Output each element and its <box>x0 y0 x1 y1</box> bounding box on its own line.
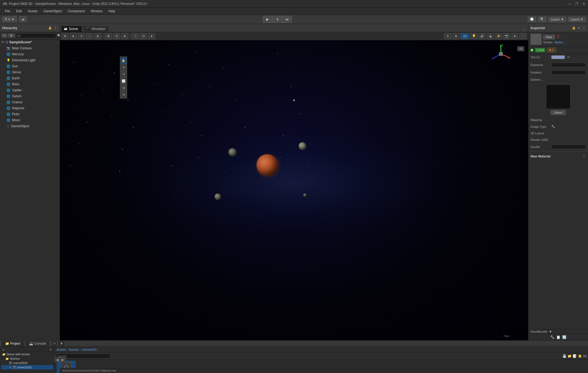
hierarchy-item-mars[interactable]: 🌐 Mars <box>0 81 60 87</box>
tab-console[interactable]: 💻 Console <box>25 341 50 346</box>
toolbar2-light-btn[interactable]: ☀ <box>444 33 451 39</box>
hierarchy-item-gameobject[interactable]: ⬡ GameObject <box>0 123 60 129</box>
hierarchy-dropdown-btn[interactable]: ▼ <box>8 34 15 38</box>
toolbar2-grid-btn[interactable]: ⊞ <box>105 33 112 39</box>
scroll-down-btn[interactable]: ▼ <box>49 348 52 351</box>
inspector-bottom-icon3[interactable]: 🔄 <box>562 335 566 339</box>
tab-simulator[interactable]: 📱 Simulator <box>83 26 109 32</box>
hierarchy-item-neptune[interactable]: 🌐 Neptune <box>0 105 60 111</box>
hierarchy-item-moon[interactable]: 🌐 Moon <box>0 117 60 123</box>
play-btn[interactable]: ▶ <box>263 16 272 23</box>
toolbar2-audio-btn[interactable]: 🔊 <box>479 33 486 39</box>
save-icon[interactable]: 💾 <box>562 354 566 358</box>
tool-scale[interactable]: ⬜ <box>120 78 127 84</box>
toolbar2-grid2-btn[interactable]: ⊡ <box>113 33 120 39</box>
toolbar2-move2-btn[interactable]: ↔ <box>86 33 93 39</box>
file-tree-scene1010[interactable]: ▼ 🎬 scene1010 <box>1 365 53 369</box>
toolbar2-skybox-btn[interactable]: 🌤 <box>487 33 494 39</box>
add-hierarchy-btn[interactable]: + <box>2 34 7 38</box>
select-btn[interactable]: Select <box>550 110 566 115</box>
hierarchy-item-pluto[interactable]: 🌐 Pluto <box>0 111 60 117</box>
scroll-up-btn[interactable]: ▲ <box>2 348 5 351</box>
tool-move[interactable]: ✛ <box>120 64 127 71</box>
hierarchy-item-earth[interactable]: 🌐 Earth <box>0 75 60 81</box>
search-btn[interactable]: 🔍 <box>538 16 547 22</box>
tint-edit-btn[interactable]: ✏ <box>566 55 571 59</box>
hierarchy-item-venus[interactable]: 🌐 Venus <box>0 69 60 75</box>
asset-bundle-dropdown[interactable]: ▼ <box>549 330 552 333</box>
hierarchy-item-uranus[interactable]: 🌐 Uranus <box>0 99 60 105</box>
menu-window[interactable]: Window <box>88 9 105 14</box>
toolbar2-2d-btn[interactable]: 2D <box>461 33 469 39</box>
asset-icon1[interactable]: 📁 <box>568 354 572 358</box>
menu-file[interactable]: File <box>2 9 13 14</box>
hierarchy-search[interactable] <box>16 33 56 38</box>
hierarchy-scene-root[interactable]: ▼ ⬡ SampleScene* ⋮ <box>0 39 60 45</box>
inspector-scroll[interactable]: New ❓ ⋮ Shader Skybo... 已添加 签入 Ti <box>528 32 588 329</box>
tool-misc[interactable]: ⊡ <box>120 91 127 98</box>
layout-dropdown[interactable]: Layout ▼ <box>568 17 586 22</box>
pause-btn[interactable]: ⏸ <box>272 16 282 23</box>
toolbar2-more-btn[interactable]: ⋯ <box>519 33 526 39</box>
hierarchy-item-saturn[interactable]: 🌐 Saturn <box>0 93 60 99</box>
file-tree-demo[interactable]: 📁 Demo with terrain <box>1 352 53 356</box>
star-icon[interactable]: ⭐ <box>578 354 582 358</box>
menu-edit[interactable]: Edit <box>13 9 24 14</box>
hierarchy-item-dirlight[interactable]: 💡 Directional Light <box>0 57 60 63</box>
new-btn[interactable]: New <box>543 35 555 40</box>
inspector-bottom-icon1[interactable]: 🔧 <box>550 335 555 339</box>
breadcrumb-scenes[interactable]: Scenes <box>69 348 79 351</box>
toolbar2-fx-btn[interactable]: ✨ <box>495 33 502 39</box>
toolbar2-light2-btn[interactable]: 💡 <box>470 33 477 39</box>
scene-menu-icon[interactable]: ⋮ <box>57 41 60 44</box>
toolbar2-chevron2-btn[interactable]: ▼ <box>94 33 101 39</box>
inspector-chevron[interactable]: ▼ <box>577 26 580 30</box>
breadcrumb-assets[interactable]: Assets <box>57 348 66 351</box>
minimize-btn[interactable]: — <box>568 2 571 6</box>
hierarchy-item-mercury[interactable]: 🌐 Mercury <box>0 51 60 57</box>
new-material-menu[interactable]: ⋮ <box>582 154 586 159</box>
hierarchy-item-jupiter[interactable]: 🌐 Jupiter <box>0 87 60 93</box>
inspector-lock-btn[interactable]: 🔒 <box>572 26 576 30</box>
asset-icon2[interactable]: 📝 <box>573 354 577 358</box>
tool-hand[interactable]: ✋ <box>120 57 127 64</box>
cloud-btn[interactable]: ☁ <box>19 16 27 22</box>
file-tree-scene0926[interactable]: 🎬 scene0926 <box>1 361 53 365</box>
menu-component[interactable]: Component <box>65 9 87 14</box>
maximize-btn[interactable]: ❐ <box>575 2 578 6</box>
scroll-left-btn[interactable]: ◀ <box>54 357 60 362</box>
hierarchy-item-sun[interactable]: 🌐 Sun <box>0 63 60 69</box>
scene-2d-overlay-btn[interactable]: 2D <box>517 46 524 51</box>
toolbar2-move-btn[interactable]: ✛ <box>78 33 85 39</box>
toolbar2-snap-btn[interactable]: ⊹ <box>132 33 139 39</box>
hierarchy-lock-btn[interactable]: 🔒 <box>48 26 52 30</box>
tint-color-swatch[interactable] <box>551 55 565 59</box>
sign-btn[interactable]: 签入 <box>547 48 556 53</box>
double-value[interactable] <box>551 145 586 149</box>
hierarchy-item-camera[interactable]: 📷 Main Camera <box>0 45 60 51</box>
exposure-value[interactable] <box>551 63 586 67</box>
hierarchy-menu-btn[interactable]: ⋮ <box>54 26 57 30</box>
history-btn[interactable]: 🕐 <box>528 16 536 22</box>
breadcrumb-scene1010[interactable]: scene1010 <box>82 348 97 351</box>
tool-rect[interactable]: ⊟ <box>120 84 127 91</box>
scene-tabs-menu[interactable]: ⋮ <box>522 28 526 32</box>
inspector-bottom-icon2[interactable]: 📋 <box>556 335 561 339</box>
step-btn[interactable]: ⏭ <box>282 16 292 23</box>
toolbar2-camera-btn[interactable]: 📷 <box>503 33 510 39</box>
toolbar2-eye-btn[interactable]: 👁 <box>62 33 69 39</box>
close-btn[interactable]: ✕ <box>583 2 585 6</box>
toolbar2-chevron-btn[interactable]: ▼ <box>70 33 77 39</box>
tab-scene[interactable]: 🏔 Scene <box>61 26 82 32</box>
rotation-value[interactable] <box>551 70 586 75</box>
menu-assets[interactable]: Assets <box>25 9 40 14</box>
tab-dropdown-btn[interactable]: ▼ <box>58 341 65 346</box>
toolbar2-chevron6-btn[interactable]: ▼ <box>511 33 518 39</box>
inspector-menu-btn[interactable]: ⋮ <box>582 26 586 30</box>
add-tab-btn[interactable]: + <box>52 341 57 346</box>
toolbar2-chevron4-btn[interactable]: ▼ <box>148 33 155 39</box>
scene-canvas[interactable]: 2D =Iso y x z <box>60 40 528 340</box>
toolbar2-chevron3-btn[interactable]: ▼ <box>121 33 128 39</box>
menu-gameobject[interactable]: GameObject <box>41 9 65 14</box>
tool-rotate[interactable]: ↺ <box>120 71 127 77</box>
